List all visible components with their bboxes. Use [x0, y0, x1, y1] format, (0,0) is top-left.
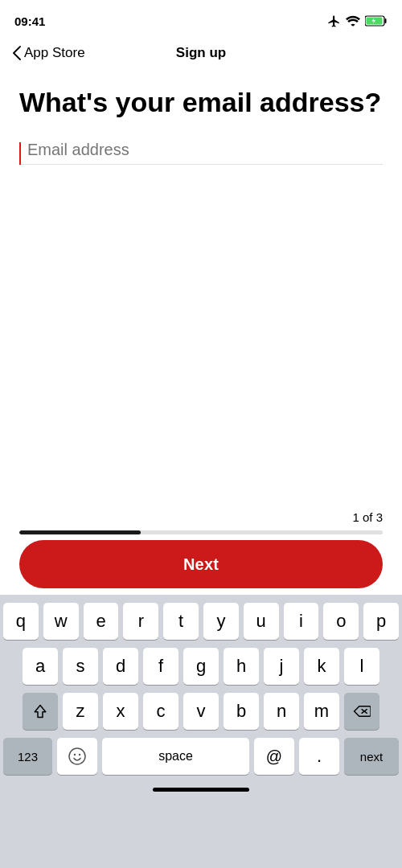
- progress-section: 1 of 3: [19, 510, 383, 534]
- key-u[interactable]: u: [244, 603, 279, 640]
- airplane-icon: [327, 14, 341, 28]
- home-indicator: [153, 788, 249, 792]
- key-k[interactable]: k: [304, 648, 339, 685]
- key-at[interactable]: @: [254, 738, 294, 775]
- key-i[interactable]: i: [284, 603, 319, 640]
- text-cursor: [19, 142, 21, 165]
- battery-icon: [365, 15, 388, 27]
- chevron-left-icon: [13, 46, 21, 60]
- key-a[interactable]: a: [23, 648, 58, 685]
- bottom-bar: [3, 783, 399, 798]
- key-o[interactable]: o: [323, 603, 359, 640]
- emoji-icon: [68, 747, 87, 766]
- status-bar: 09:41: [0, 0, 402, 35]
- svg-point-6: [74, 754, 76, 755]
- key-q[interactable]: q: [3, 603, 39, 640]
- main-content: What's your email address?: [0, 71, 402, 165]
- shift-icon: [33, 704, 47, 719]
- backspace-key[interactable]: [344, 693, 379, 730]
- nav-bar: App Store Sign up: [0, 35, 402, 71]
- back-button[interactable]: App Store: [13, 45, 85, 61]
- email-input-wrapper[interactable]: [19, 141, 383, 165]
- key-w[interactable]: w: [43, 603, 79, 640]
- key-r[interactable]: r: [123, 603, 158, 640]
- key-p[interactable]: p: [363, 603, 399, 640]
- key-t[interactable]: t: [163, 603, 199, 640]
- key-b[interactable]: b: [224, 693, 259, 730]
- keyboard: q w e r t y u i o p a s d f g h j k l z …: [0, 595, 402, 868]
- key-z[interactable]: z: [63, 693, 98, 730]
- key-n[interactable]: n: [264, 693, 299, 730]
- shift-key[interactable]: [23, 693, 58, 730]
- keyboard-row-3: z x c v b n m: [3, 693, 399, 730]
- key-f[interactable]: f: [143, 648, 178, 685]
- email-input[interactable]: [19, 141, 383, 159]
- next-button-wrapper: Next: [19, 540, 383, 588]
- svg-point-7: [79, 754, 80, 755]
- key-c[interactable]: c: [143, 693, 178, 730]
- page-heading: What's your email address?: [19, 87, 383, 118]
- keyboard-row-2: a s d f g h j k l: [3, 648, 399, 685]
- status-icons: [327, 14, 388, 28]
- progress-label: 1 of 3: [19, 510, 383, 524]
- backspace-icon: [353, 705, 371, 718]
- wifi-icon: [346, 15, 360, 27]
- key-j[interactable]: j: [264, 648, 299, 685]
- key-x[interactable]: x: [103, 693, 138, 730]
- progress-bar-fill: [19, 530, 141, 534]
- key-m[interactable]: m: [304, 693, 339, 730]
- key-g[interactable]: g: [183, 648, 219, 685]
- emoji-key[interactable]: [57, 738, 97, 775]
- key-s[interactable]: s: [63, 648, 98, 685]
- keyboard-row-1: q w e r t y u i o p: [3, 603, 399, 640]
- key-y[interactable]: y: [203, 603, 239, 640]
- progress-bar: [19, 530, 383, 534]
- next-button[interactable]: Next: [19, 540, 383, 588]
- key-123[interactable]: 123: [3, 738, 52, 775]
- back-label: App Store: [24, 45, 85, 61]
- key-h[interactable]: h: [224, 648, 259, 685]
- key-next[interactable]: next: [344, 738, 399, 775]
- key-l[interactable]: l: [344, 648, 379, 685]
- svg-rect-1: [385, 18, 387, 23]
- key-d[interactable]: d: [103, 648, 138, 685]
- status-time: 09:41: [14, 14, 45, 28]
- svg-point-5: [69, 748, 85, 764]
- space-key[interactable]: space: [102, 738, 249, 775]
- key-e[interactable]: e: [84, 603, 119, 640]
- key-period[interactable]: .: [299, 738, 339, 775]
- key-v[interactable]: v: [183, 693, 219, 730]
- keyboard-row-4: 123 space @ . next: [3, 738, 399, 775]
- nav-title: Sign up: [176, 45, 226, 61]
